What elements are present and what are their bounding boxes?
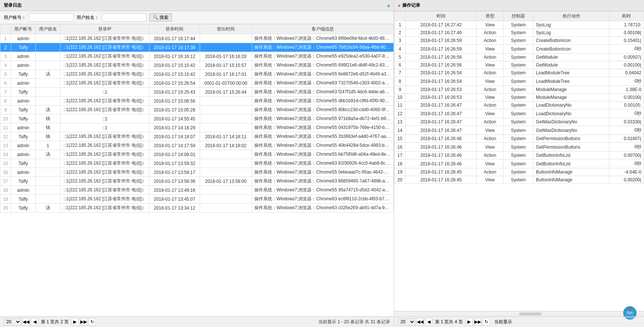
type: View xyxy=(477,159,503,168)
controller: System xyxy=(503,86,534,94)
webim-button[interactable]: ❓ 我的WebIM xyxy=(623,306,637,320)
table-row[interactable]: 20 2018-01-17 16:26:45 View System Butto… xyxy=(395,176,644,184)
controller: System xyxy=(503,45,534,54)
right-first-page-button[interactable]: ◀◀ xyxy=(416,318,424,326)
table-row[interactable]: 18 2018-01-17 16:26:46 View System GetBu… xyxy=(395,159,644,168)
action: GetMaxDictionaryNo xyxy=(534,126,609,135)
table-row[interactable]: 13 admin 1 ::1(222.185.26.162 [江苏省常州市 电信… xyxy=(0,141,394,150)
time: 2018-01-17 16:26:46 xyxy=(406,143,477,152)
table-row[interactable]: 3 admin ::1(222.185.26.162 [江苏省常州市 电信]） … xyxy=(0,52,394,61)
row-num: 19 xyxy=(395,168,406,176)
refresh-button[interactable]: ↻ xyxy=(88,318,96,326)
table-row[interactable]: 19 2018-01-17 16:26:45 Action System But… xyxy=(395,168,644,176)
table-row[interactable]: 4 admin ::1(222.185.26.162 [江苏省常州市 电信]） … xyxy=(0,61,394,70)
right-next-page-button[interactable]: ▶ xyxy=(466,318,473,326)
table-row[interactable]: 19 Taffy ::1(222.185.26.162 [江苏省常州市 电信]）… xyxy=(0,195,394,204)
right-page-size-select[interactable]: 20 50 100 xyxy=(398,318,415,326)
table-row[interactable]: 15 2018-01-17 16:26:46 Action System Get… xyxy=(395,135,644,143)
table-row[interactable]: 2 2018-01-17 16:27:40 Action System SysL… xyxy=(395,29,644,37)
table-row[interactable]: 10 Taffy 钱 ::1 2018-01-17 14:55:45 操作系统：… xyxy=(0,114,394,123)
table-row[interactable]: 14 2018-01-17 16:26:47 View System GetMa… xyxy=(395,126,644,135)
type: View xyxy=(477,45,503,54)
action: GetPermissionButtons xyxy=(534,143,609,152)
ip: ::1(222.185.26.162 [江苏省常州市 电信]） xyxy=(60,150,149,159)
ip: ::1 xyxy=(60,114,149,123)
table-row[interactable]: 1 admin ::1(222.185.26.162 [江苏省常州市 电信]） … xyxy=(0,34,394,43)
col-logout-time: 登出时间 xyxy=(200,25,252,34)
status-info: 当前显示 1 - 20 条记录 共 31 条记录 xyxy=(318,319,390,325)
ip: ::1(222.185.26.162 [江苏省常州市 电信]） xyxy=(60,186,149,195)
table-row[interactable]: 5 Taffy 汤 ::1(222.185.26.162 [江苏省常州市 电信]… xyxy=(0,70,394,79)
table-row[interactable]: 11 2018-01-17 16:26:47 Action System Loa… xyxy=(395,101,644,109)
table-row[interactable]: 4 2018-01-17 16:26:59 View System Create… xyxy=(395,45,644,54)
first-page-button[interactable]: ◀◀ xyxy=(22,318,30,326)
row-num: 17 xyxy=(395,152,406,159)
table-row[interactable]: 18 admin ::1(222.185.26.162 [江苏省常州市 电信]）… xyxy=(0,186,394,195)
logout-time xyxy=(200,186,252,195)
row-num: 13 xyxy=(0,141,11,150)
table-row[interactable]: 3 2018-01-17 16:26:59 Action System Crea… xyxy=(395,37,644,45)
table-row[interactable]: 16 admin ::1(222.185.26.162 [江苏省常州市 电信]）… xyxy=(0,168,394,177)
name xyxy=(36,79,60,88)
table-row[interactable]: 11 admin 钱 ::1 2018-01-17 14:18:29 操作系统：… xyxy=(0,123,394,132)
time: 2018-01-17 16:26:56 xyxy=(406,61,477,69)
login-time: 2018-01-17 13:59:32 xyxy=(149,159,200,168)
table-row[interactable]: 6 2018-01-17 16:26:56 View System GetMod… xyxy=(395,61,644,69)
table-row[interactable]: 5 2018-01-17 16:26:56 Action System GetM… xyxy=(395,54,644,61)
collapse-button[interactable]: « xyxy=(387,3,390,9)
table-row[interactable]: 2 Taffy ::1(222.185.26.162 [江苏省常州市 电信]） … xyxy=(0,43,394,52)
type: View xyxy=(477,94,503,101)
page-size-select[interactable]: 20 50 100 xyxy=(4,318,21,326)
logout-time: 0001-01-01T00:00:00 xyxy=(200,79,252,88)
login-time: 2018-01-17 15:15:42 xyxy=(149,70,200,79)
login-time: 2018-01-17 16:16:12 xyxy=(149,52,200,61)
duration: 0秒 xyxy=(609,77,644,86)
col-account: 用户帐号 xyxy=(11,25,35,34)
right-status-info: 当前显示 xyxy=(494,319,512,325)
ip: ::1(222.185.26.162 [江苏省常州市 电信]） xyxy=(60,97,149,106)
table-row[interactable]: 9 2018-01-17 16:26:53 Action System Modu… xyxy=(395,86,644,94)
account: admin xyxy=(11,52,35,61)
table-row[interactable]: 14 admin 汤 ::1(222.185.26.162 [江苏省常州市 电信… xyxy=(0,150,394,159)
client-info: 操作系统：Windows7;浏览器：Chrome55 dbb1b91d-c9fd… xyxy=(252,97,393,106)
ip: ::1(222.185.26.162 [江苏省常州市 电信]） xyxy=(60,52,149,61)
table-row[interactable]: 7 Taffy ::1 2018-01-17 15:25:43 2018-01-… xyxy=(0,88,394,97)
table-row[interactable]: 12 2018-01-17 16:26:47 View System LoadD… xyxy=(395,109,644,118)
type: Action xyxy=(477,101,503,109)
scroll-thumb[interactable] xyxy=(519,313,541,315)
table-row[interactable]: 12 Taffy 钱 ::1(222.185.26.162 [江苏省常州市 电信… xyxy=(0,132,394,141)
action: SysLog xyxy=(534,21,609,29)
right-prev-page-button[interactable]: ◀ xyxy=(425,318,432,326)
prev-page-button[interactable]: ◀ xyxy=(31,318,38,326)
table-row[interactable]: 16 2018-01-17 16:26:46 View System GetPe… xyxy=(395,143,644,152)
ip: ::1(222.185.26.162 [江苏省常州市 电信]） xyxy=(60,141,149,150)
account: admin xyxy=(11,141,35,150)
left-pagination: 20 50 100 ◀◀ ◀ 第 1 页共 2 页 ▶ ▶▶ ↻ xyxy=(4,318,96,326)
right-page-info: 第 1 页共 4 页 xyxy=(435,319,463,325)
search-button[interactable]: 🔍 搜索 xyxy=(149,13,172,22)
table-row[interactable]: 17 2018-01-17 16:26:46 Action System Get… xyxy=(395,152,644,159)
search-bar: 用户账号： 用户姓名： 🔍 搜索 xyxy=(0,11,394,24)
login-time: 2018-01-17 14:08:01 xyxy=(149,150,200,159)
table-row[interactable]: 8 admin ::1(222.185.26.162 [江苏省常州市 电信]） … xyxy=(0,97,394,106)
right-last-page-button[interactable]: ▶▶ xyxy=(474,318,482,326)
last-page-button[interactable]: ▶▶ xyxy=(80,318,87,326)
table-row[interactable]: 17 Taffy ::1(222.185.26.162 [江苏省常州市 电信]）… xyxy=(0,177,394,186)
next-page-button[interactable]: ▶ xyxy=(71,318,79,326)
table-row[interactable]: 8 2018-01-17 16:26:54 View System LoadMo… xyxy=(395,77,644,86)
table-row[interactable]: 1 2018-01-17 16:27:42 View System SysLog… xyxy=(395,21,644,29)
right-table-header-row: 时间 类型 控制器 执行动作 耗时 xyxy=(395,12,644,21)
table-row[interactable]: 10 2018-01-17 16:26:53 View System Modul… xyxy=(395,94,644,101)
table-row[interactable]: 7 2018-01-17 16:26:54 Action System Load… xyxy=(395,69,644,77)
type: View xyxy=(477,21,503,29)
user-name-input[interactable] xyxy=(102,13,146,22)
table-row[interactable]: 13 2018-01-17 16:26:47 Action System Get… xyxy=(395,118,644,126)
table-row[interactable]: 15 Taffy ::1(222.185.26.162 [江苏省常州市 电信]）… xyxy=(0,159,394,168)
table-row[interactable]: 20 Taffy 汤 ::1(222.185.26.162 [江苏省常州市 电信… xyxy=(0,204,394,213)
table-row[interactable]: 6 admin ::1(222.185.26.162 [江苏省常州市 电信]） … xyxy=(0,79,394,88)
table-row[interactable]: 9 Taffy 汤 ::1(222.185.26.162 [江苏省常州市 电信]… xyxy=(0,106,394,114)
controller: System xyxy=(503,126,534,135)
right-refresh-button[interactable]: ↻ xyxy=(483,318,490,326)
user-account-input[interactable] xyxy=(29,13,74,22)
search-icon: 🔍 xyxy=(153,15,158,20)
